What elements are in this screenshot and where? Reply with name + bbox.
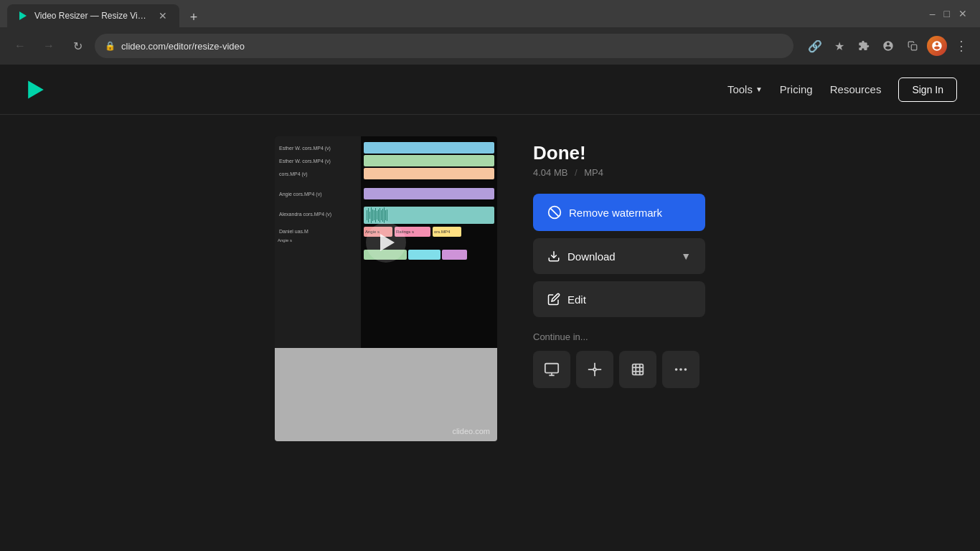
edit-icon [547,293,560,306]
svg-point-19 [675,368,678,371]
main-content: Esther W. cors.MP4 (v) Esther W. cors.MP… [0,115,980,551]
minimize-button[interactable]: – [930,8,936,19]
browser-more-button[interactable]: ⋮ [951,36,971,56]
browser-chrome: Video Resizer — Resize Video O ✕ + – □ ✕… [0,0,980,65]
done-title: Done! [533,142,705,164]
svg-line-4 [550,208,559,217]
logo-icon [23,77,49,103]
play-triangle-icon [380,234,395,251]
play-button[interactable] [366,222,406,263]
user-profile-icon[interactable] [927,36,947,56]
copy-icon[interactable] [903,36,923,56]
svg-rect-1 [911,44,917,50]
continue-icon-crop[interactable] [619,351,656,388]
browser-nav: ← → ↻ 🔒 clideo.com/editor/resize-video 🔗… [0,27,980,65]
lock-icon: 🔒 [105,41,116,51]
video-preview-top: Esther W. cors.MP4 (v) Esther W. cors.MP… [275,136,497,348]
address-bar[interactable]: 🔒 clideo.com/editor/resize-video [95,34,793,58]
app-container: Tools ▼ Pricing Resources Sign In Esther… [0,65,980,551]
svg-rect-14 [633,364,644,375]
right-panel: Done! 4.04 MB / MP4 Remove watermark [533,136,705,388]
track-label-2: Esther W. cors.MP4 (v) [275,155,361,166]
reload-button[interactable]: ↻ [66,34,89,57]
tab-area: Video Resizer — Resize Video O ✕ + [7,0,924,27]
svg-point-21 [684,368,687,371]
timeline-tracks-left: Esther W. cors.MP4 (v) Esther W. cors.MP… [275,136,361,348]
file-info: 4.04 MB / MP4 [533,167,705,178]
file-info-separator: / [575,167,580,178]
download-button[interactable]: Download ▼ [533,238,705,274]
continue-label: Continue in... [533,331,705,342]
ban-icon [547,205,562,220]
track-label-6: Daniel uas.M [275,225,361,237]
video-panel: Esther W. cors.MP4 (v) Esther W. cors.MP… [275,136,497,441]
download-chevron-icon: ▼ [681,250,691,262]
close-window-button[interactable]: ✕ [958,8,967,19]
maximize-button[interactable]: □ [944,8,950,19]
nav-tools[interactable]: Tools ▼ [727,83,763,95]
active-tab[interactable]: Video Resizer — Resize Video O ✕ [7,4,179,27]
address-text: clideo.com/editor/resize-video [121,41,783,52]
bookmark-button[interactable]: ★ [829,36,849,56]
svg-marker-2 [28,80,44,98]
tab-favicon [17,10,29,22]
edit-button[interactable]: Edit [533,281,705,317]
track-label-3: cors.MP4 (v) [275,168,361,179]
logo[interactable] [23,77,49,103]
file-size: 4.04 MB [533,167,567,178]
svg-marker-0 [19,11,27,20]
nav-pricing[interactable]: Pricing [780,83,813,95]
app-header: Tools ▼ Pricing Resources Sign In [0,65,980,115]
file-format: MP4 [584,167,603,178]
svg-point-9 [593,368,596,371]
browser-actions: 🔗 ★ ⋮ [805,36,971,56]
download-icon [547,250,560,263]
profile-switcher-icon[interactable] [878,36,898,56]
track-label-1: Esther W. cors.MP4 (v) [275,142,361,154]
watermark-text: clideo.com [452,427,490,435]
forward-button[interactable]: → [37,34,60,57]
tab-title: Video Resizer — Resize Video O [34,11,151,21]
track-label-4: Angie cors.MP4 (v) [275,188,361,199]
continue-icons-row [533,351,705,388]
remove-watermark-button[interactable]: Remove watermark [533,194,705,231]
nav-resources[interactable]: Resources [830,83,882,95]
back-button[interactable]: ← [9,34,32,57]
continue-icon-compress[interactable] [533,351,570,388]
share-button[interactable]: 🔗 [805,36,825,56]
continue-icon-merge[interactable] [576,351,613,388]
extension-puzzle-icon[interactable] [854,36,874,56]
video-preview-bottom: clideo.com [275,348,497,441]
track-label-5: Alexandra cors.MP4 (v) [275,208,361,220]
new-tab-button[interactable]: + [184,7,204,27]
continue-icon-more[interactable] [662,351,699,388]
svg-point-20 [679,368,682,371]
browser-titlebar: Video Resizer — Resize Video O ✕ + – □ ✕ [0,0,980,27]
sign-in-button[interactable]: Sign In [898,77,957,102]
svg-rect-6 [545,364,558,373]
tools-chevron-icon: ▼ [755,85,763,93]
header-nav: Tools ▼ Pricing Resources Sign In [727,77,957,102]
tab-close-button[interactable]: ✕ [156,9,169,22]
